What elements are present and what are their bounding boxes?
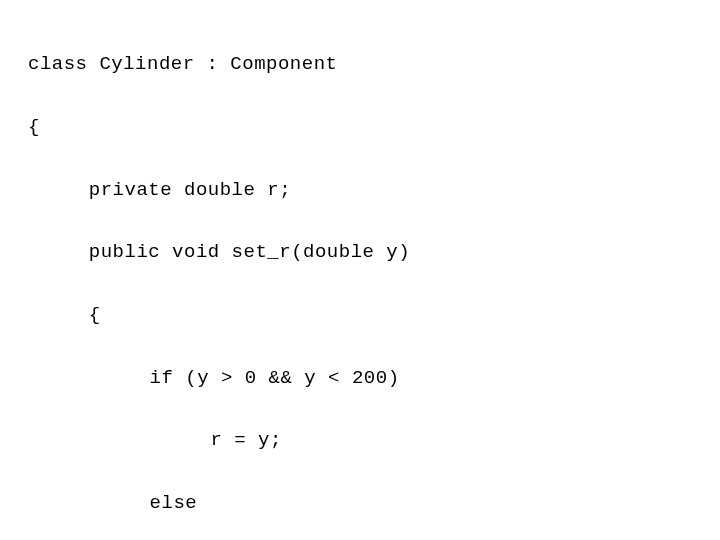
code-block: class Cylinder : Component { private dou…	[28, 18, 692, 540]
code-line: if (y > 0 && y < 200)	[28, 363, 692, 394]
code-line: private double r;	[28, 175, 692, 206]
code-line: class Cylinder : Component	[28, 49, 692, 80]
code-line: {	[28, 112, 692, 143]
code-line: {	[28, 300, 692, 331]
code-line: public void set_r(double y)	[28, 237, 692, 268]
code-line: else	[28, 488, 692, 519]
code-line: r = y;	[28, 425, 692, 456]
